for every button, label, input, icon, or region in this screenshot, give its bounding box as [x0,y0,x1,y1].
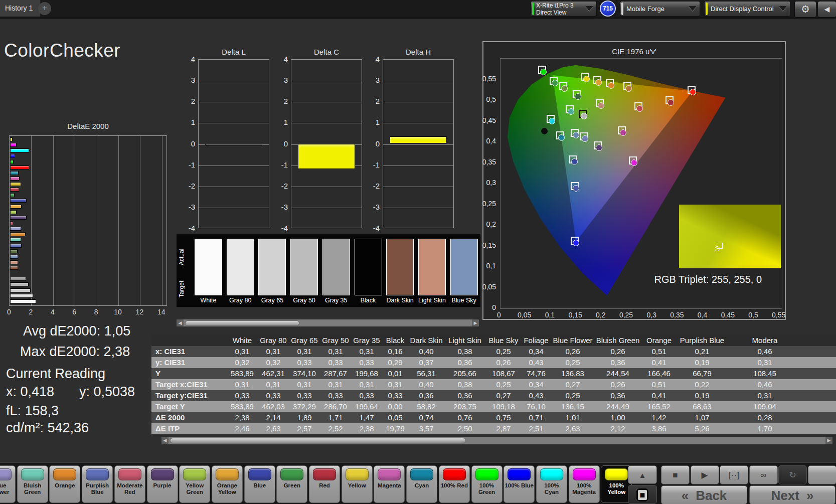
swatch-black[interactable] [355,239,382,295]
add-tab-button[interactable]: + [38,2,51,15]
patch-chip [443,468,466,480]
gridline [291,187,362,187]
delta-tick-label: 1 [182,118,195,126]
meter-dropdown[interactable]: X-Rite i1Pro 3 Direct View [531,1,597,17]
table-cell: 286,70 [320,401,351,412]
patch-chip [0,468,12,480]
marker-yellow-green [561,85,568,92]
table-cell: 166,46 [641,368,677,379]
transport-blank-button[interactable] [808,465,836,484]
patch-button-100-red[interactable]: 100% Red [439,465,470,503]
table-cell: Light Skin [444,335,485,346]
swatch-label: Gray 65 [256,297,288,304]
patch-button-green[interactable]: Green [276,465,307,503]
table-cell: 0,38 [444,379,485,390]
deltae-bar [10,221,13,225]
table-cell: 205,66 [444,368,485,379]
source-dropdown[interactable]: Mobile Forge [620,1,700,17]
patch-button-orange-yellow[interactable]: Orange Yellow [212,465,243,503]
patch-button-100-cyan[interactable]: 100% Cyan [536,465,567,503]
scroll-left-icon[interactable]: ◀ [161,437,169,444]
swatch-scrollbar[interactable]: ◀ ▶ [177,319,479,326]
transport-refresh-icon[interactable]: ↻ [778,465,807,484]
swatch-gray-35[interactable] [322,239,350,295]
top-bar: History 1 + X-Rite i1Pro 3 Direct View 7… [0,0,836,19]
patch-button-orange[interactable]: Orange [49,465,80,503]
patch-button-blue-flower[interactable]: Blue Flower [0,465,16,503]
swatch-dark-skin[interactable] [386,239,414,295]
patch-label: Purplish Blue [82,482,112,495]
settings-button[interactable]: ⚙ [794,1,816,18]
scroll-right-icon[interactable]: ▶ [825,437,832,444]
table-cell: Orange [641,335,677,346]
chevron-down-icon [779,6,787,11]
table-cell: 0,26 [551,346,595,357]
patch-button-purplish-blue[interactable]: Purplish Blue [82,465,113,503]
back-button[interactable]: «Back [661,485,747,504]
deltae-bar [10,205,22,209]
transport-loop-icon[interactable]: ∞ [749,465,778,484]
patch-button-100-blue[interactable]: 100% Blue [504,465,535,503]
meter-count-badge[interactable]: 715 [600,1,616,17]
swatch-white[interactable] [195,239,222,295]
table-cell: 1,47 [351,412,382,423]
deltae-bar [10,171,19,175]
swatch-gray-50[interactable] [290,239,318,295]
table-row-label: Target x:CIE31 [151,379,227,390]
patch-button-magenta[interactable]: Magenta [374,465,405,503]
scroll-up-button[interactable]: ▲ [628,465,657,484]
transport-play-icon[interactable]: ▶ [691,465,719,484]
window-mode-button[interactable]: ■ [628,485,657,504]
marker-orange [608,82,614,89]
transport-stop-icon[interactable]: ■ [661,465,690,484]
swatch-scrollbar-thumb[interactable] [185,320,299,326]
gridline [140,136,140,305]
table-cell: 108,67 [485,368,522,379]
transport-step-icon[interactable]: [··] [720,465,748,484]
patch-button-bluish-green[interactable]: Bluish Green [17,465,48,503]
delta-chart-title: Delta H [383,48,454,56]
patch-label: Orange [50,482,80,489]
swatch-blue-sky[interactable] [450,239,478,295]
table-cell: 0,26 [595,379,641,390]
patch-button-cyan[interactable]: Cyan [406,465,437,503]
patch-button-100-yellow[interactable]: 100% Yellow [601,465,632,503]
workflow-dropdown[interactable]: Direct Display Control [704,1,790,17]
next-button[interactable]: Next» [749,485,835,504]
patch-button-100-green[interactable]: 100% Green [471,465,503,503]
gear-icon: ⚙ [801,4,810,15]
cie-x-tick: 0,55 [770,311,788,319]
table-scrollbar-thumb[interactable] [170,438,466,443]
patch-button-100-magenta[interactable]: 100% Magenta [569,465,600,503]
patch-button-yellow-green[interactable]: Yellow Green [179,465,210,503]
table-row-δe-itp: ΔE ITP2,462,632,572,522,3819,793,572,502… [151,423,836,434]
patch-button-red[interactable]: Red [309,465,340,503]
gridline [162,136,162,305]
table-cell: 0,21 [677,346,727,357]
patch-button-blue[interactable]: Blue [244,465,275,503]
tab-history-1[interactable]: History 1 [0,0,41,17]
table-cell: Dark Skin [408,335,444,346]
patch-button-purple[interactable]: Purple [147,465,178,503]
swatch-light-skin[interactable] [418,239,446,295]
patch-button-moderate-red[interactable]: Moderate Red [114,465,145,503]
patch-button-yellow[interactable]: Yellow [342,465,373,503]
scroll-left-icon[interactable]: ◀ [177,319,184,326]
deltae-x-tick: 14 [155,308,168,316]
swatch-gray-80[interactable] [227,239,254,295]
scroll-right-icon[interactable]: ▶ [472,319,479,326]
deltae-x-tick: 10 [112,308,124,316]
table-row-label: ΔE ITP [151,423,227,434]
table-scrollbar[interactable]: ◀ ▶ [161,437,832,444]
deltae-bar [10,148,29,152]
table-header-row: WhiteGray 80Gray 65Gray 50Gray 35BlackDa… [151,335,836,346]
table-cell: Bluish Green [595,335,641,346]
table-cell: 0,31 [351,346,382,357]
table-row-x-cie31: x: CIE310,310,310,310,310,310,160,400,38… [151,346,836,357]
collapse-panel-button[interactable]: ◀ [817,1,836,18]
swatch-gray-65[interactable] [258,239,286,295]
table-cell: 0,00 [382,401,408,412]
marker-dark-skin [625,85,632,92]
table-cell: 0,74 [408,412,444,423]
table-cell: 244,54 [595,368,641,379]
